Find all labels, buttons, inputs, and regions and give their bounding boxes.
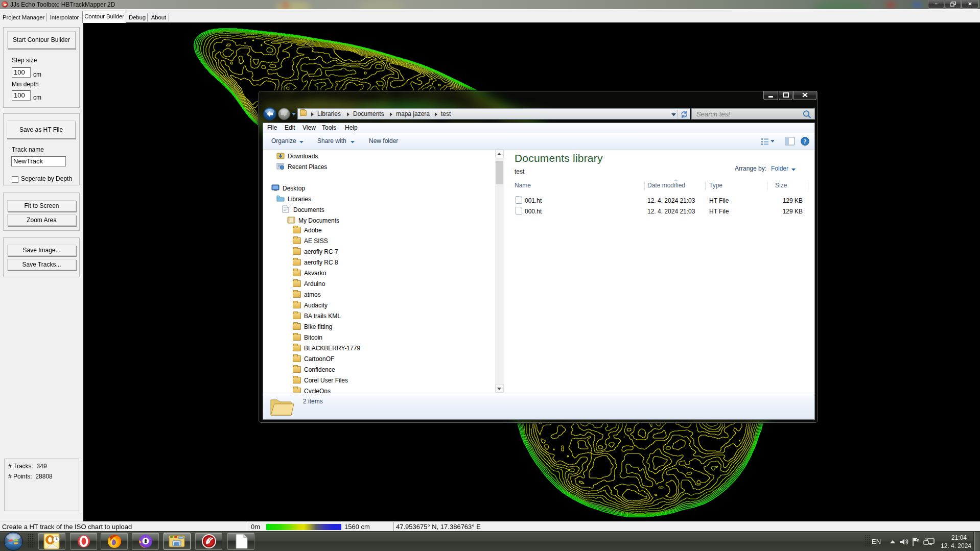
svg-text:?: ? [804, 138, 807, 145]
